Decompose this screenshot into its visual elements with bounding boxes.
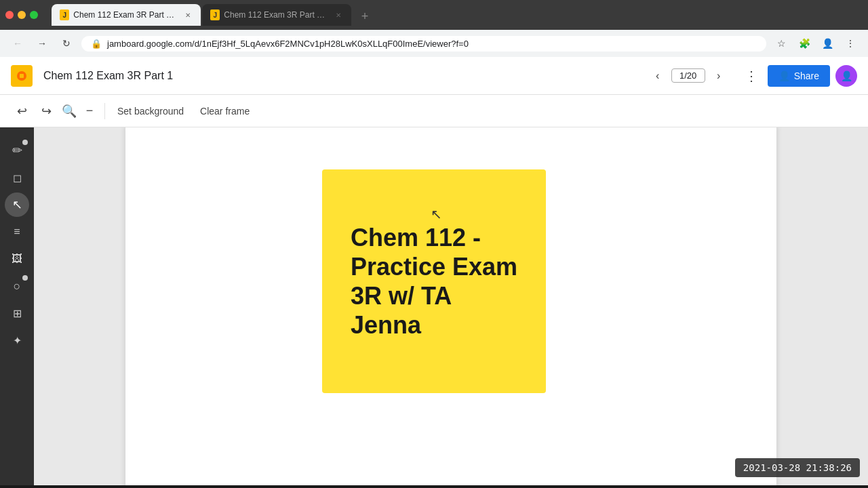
tab-favicon-1: J (60, 9, 69, 20)
more-actions-button[interactable]: ⋮ (741, 65, 762, 87)
more-options-button[interactable]: ⋮ (841, 34, 860, 53)
share-label: Share (794, 70, 819, 81)
user-avatar[interactable]: 👤 (835, 65, 857, 87)
text-icon: ≡ (14, 226, 20, 238)
toolbar-divider (104, 103, 105, 119)
tools-sidebar: ✏ ◻ ↖ ≡ 🖼 ○ (0, 127, 34, 485)
app-title: Chem 112 Exam 3R Part 1 (43, 70, 636, 82)
window-controls (5, 11, 38, 19)
undo-button[interactable]: ↩ (11, 100, 33, 122)
profile-button[interactable]: 👤 (818, 34, 837, 53)
select-tool[interactable]: ↖ (5, 192, 29, 217)
svg-rect-2 (20, 74, 24, 78)
undo-icon: ↩ (17, 104, 27, 119)
eraser-icon: ◻ (13, 171, 22, 184)
tab-close-2[interactable]: ✕ (334, 9, 343, 20)
pen-icon: ✏ (12, 143, 22, 158)
share-button[interactable]: 👤 Share (768, 65, 830, 87)
sticky-note[interactable]: Chem 112 -Practice Exam3R w/ TAJenna (322, 169, 546, 393)
new-tab-button[interactable]: + (355, 7, 374, 26)
back-button[interactable]: ← (8, 34, 27, 53)
app-logo (11, 65, 33, 87)
laser-tool[interactable]: ✦ (5, 328, 29, 352)
url-text: jamboard.google.com/d/1nEjf3Hf_5LqAevx6F… (107, 39, 757, 49)
pen-tool-badge (22, 140, 28, 145)
image-icon: 🖼 (12, 253, 22, 265)
tab-title-2: Chem 112 Exam 3R Part 2 - G... (224, 10, 329, 20)
shape-icon: ○ (14, 279, 21, 293)
shape-tool-badge (22, 275, 28, 281)
redo-icon: ↪ (41, 104, 52, 119)
frame-icon: ⊞ (13, 307, 22, 320)
reload-button[interactable]: ↻ (57, 34, 76, 53)
avatar-image: 👤 (841, 70, 852, 81)
sticky-note-text: Chem 112 -Practice Exam3R w/ TAJenna (351, 223, 517, 340)
extension-button[interactable]: 🧩 (795, 34, 814, 53)
timestamp-overlay: 2021-03-28 21:38:26 (735, 458, 860, 477)
page-navigation: ‹ 1/20 › (647, 65, 730, 87)
prev-page-button[interactable]: ‹ (647, 65, 669, 87)
tab-title-1: Chem 112 Exam 3R Part 1 - G... (73, 10, 178, 20)
tab-chem112-part2[interactable]: J Chem 112 Exam 3R Part 2 - G... ✕ (202, 4, 351, 26)
canvas-area[interactable]: Chem 112 -Practice Exam3R w/ TAJenna 202… (34, 127, 868, 485)
tab-favicon-2: J (210, 9, 220, 20)
page-indicator[interactable]: 1/20 (671, 68, 705, 83)
clear-frame-button[interactable]: Clear frame (193, 102, 256, 121)
forward-button[interactable]: → (33, 34, 52, 53)
eraser-tool[interactable]: ◻ (5, 165, 29, 190)
laser-icon: ✦ (13, 334, 22, 347)
minimize-window-btn[interactable] (18, 11, 26, 19)
select-icon: ↖ (12, 197, 22, 212)
next-page-button[interactable]: › (708, 65, 730, 87)
tab-chem112-part1[interactable]: J Chem 112 Exam 3R Part 1 - G... ✕ (52, 4, 201, 26)
zoom-icon-symbol: 🔍 (62, 104, 77, 119)
maximize-window-btn[interactable] (30, 11, 38, 19)
zoom-controls: 🔍 − (60, 102, 99, 121)
address-bar[interactable]: 🔒 jamboard.google.com/d/1nEjf3Hf_5LqAevx… (81, 36, 766, 52)
lock-icon: 🔒 (91, 39, 102, 49)
zoom-minus-button[interactable]: − (80, 102, 99, 121)
pen-tool[interactable]: ✏ (5, 138, 29, 163)
header-actions: ⋮ 👤 Share 👤 (741, 65, 857, 87)
frame-tool[interactable]: ⊞ (5, 301, 29, 325)
image-tool[interactable]: 🖼 (5, 247, 29, 271)
close-window-btn[interactable] (5, 11, 14, 19)
zoom-button[interactable]: 🔍 (60, 102, 79, 121)
set-background-button[interactable]: Set background (111, 102, 191, 121)
tab-close-1[interactable]: ✕ (183, 9, 193, 20)
share-icon: 👤 (778, 70, 790, 81)
bookmark-button[interactable]: ☆ (772, 34, 791, 53)
whiteboard[interactable]: Chem 112 -Practice Exam3R w/ TAJenna (125, 127, 776, 485)
redo-button[interactable]: ↪ (35, 100, 57, 122)
text-tool[interactable]: ≡ (5, 220, 29, 244)
shape-tool[interactable]: ○ (5, 274, 29, 298)
